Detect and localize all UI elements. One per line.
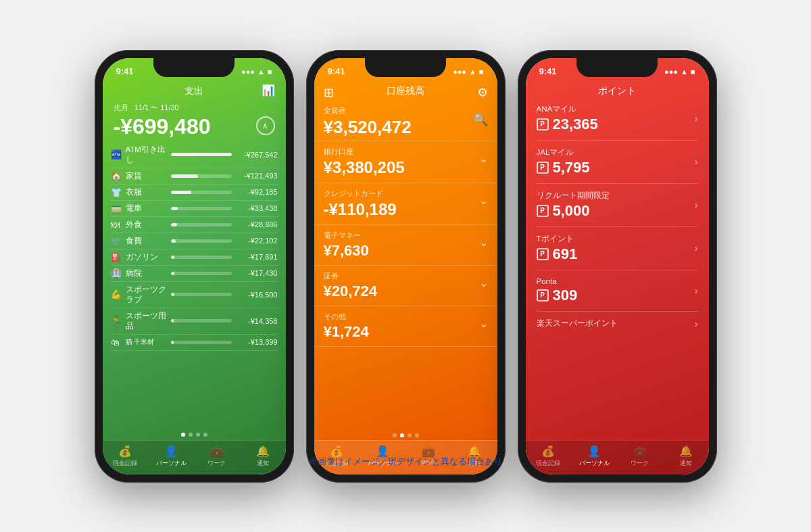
chevron-right-icon: › <box>695 243 698 253</box>
points-item-ana[interactable]: ANAマイル P 23,365 › <box>537 97 698 141</box>
list-item[interactable]: 🏥 病院 -¥17,430 <box>111 266 278 282</box>
nav-item-personal[interactable]: 👤 パーソナル <box>148 445 194 468</box>
chevron-up-icon[interactable]: ∧ <box>256 116 275 135</box>
points-item-rakuten[interactable]: 楽天スーパーポイント › <box>537 312 698 336</box>
account-left: 電子マネー ¥7,630 <box>324 231 369 260</box>
nav-item-cash[interactable]: 💰 現金記録 <box>526 445 572 468</box>
account-item-row: クレジットカード -¥110,189 ⌄ <box>324 189 488 219</box>
nav-item-notification[interactable]: 🔔 通知 <box>451 445 497 468</box>
expense-name: 病院 <box>126 268 167 279</box>
chart-icon[interactable]: 📊 <box>262 84 275 97</box>
expense-bar <box>171 223 177 226</box>
points-value-row: P 691 <box>537 245 578 263</box>
list-item[interactable]: 🚃 電車 -¥33,438 <box>111 201 278 217</box>
pagination-dot <box>415 433 419 437</box>
nav-item-work[interactable]: 💼 ワーク <box>194 445 240 468</box>
account-label: 電子マネー <box>324 231 369 241</box>
list-item[interactable]: 👕 衣服 -¥92,185 <box>111 185 278 201</box>
nav-item-notification[interactable]: 🔔 通知 <box>240 445 286 468</box>
sports-icon: 💪 <box>111 289 126 299</box>
expense-bar <box>171 207 178 210</box>
points-item-recruit[interactable]: リクルート期間限定 P 5,000 › <box>537 184 698 227</box>
cash-icon: 💰 <box>118 445 132 458</box>
account-bank[interactable]: 銀行口座 ¥3,380,205 ⌄ <box>314 141 497 183</box>
account-credit[interactable]: クレジットカード -¥110,189 ⌄ <box>314 183 497 225</box>
account-amount: ¥3,380,205 <box>324 158 405 177</box>
search-icon[interactable]: 🔍 <box>473 112 488 127</box>
account-other[interactable]: その他 ¥1,724 ⌄ <box>314 306 497 347</box>
points-left: JALマイル P 5,795 <box>537 147 590 176</box>
points-value-row: P 309 <box>537 287 578 304</box>
nav-label: ワーク <box>631 459 649 468</box>
account-amount: ¥3,520,472 <box>324 117 412 138</box>
bell-icon: 🔔 <box>679 445 693 458</box>
expense-name: 外食 <box>126 220 167 230</box>
nav-label: Work <box>421 459 435 466</box>
expense-bar <box>171 174 199 178</box>
phone-orange: 9:41 ●●●▲■ ⊞ 口座残高 ⚙ 全資産 ¥3,520,472 🔍 <box>306 50 506 483</box>
status-icons: ●●●▲■ <box>664 68 695 76</box>
account-emoney[interactable]: 電子マネー ¥7,630 ⌄ <box>314 225 497 266</box>
chevron-down-icon[interactable]: ⌄ <box>479 236 488 249</box>
expense-name: スポーツクラブ <box>126 285 167 305</box>
orange-title: 口座残高 <box>387 85 424 100</box>
account-amount: ¥20,724 <box>324 283 378 300</box>
expense-bar-container <box>171 272 232 275</box>
nav-item-personal[interactable]: 👤 パーソナル <box>571 445 617 468</box>
points-left: Ponta P 309 <box>537 277 578 304</box>
list-item[interactable]: 🛍 猫 千米材 -¥13,399 <box>111 335 278 351</box>
list-item[interactable]: 🛒 食費 -¥22,102 <box>111 233 278 249</box>
nav-label: パーソナル <box>368 459 398 468</box>
nav-item-work[interactable]: 💼 Work <box>406 445 451 468</box>
nav-item-cash[interactable]: 💰 現金記録 <box>314 445 360 468</box>
list-item[interactable]: 🏧 ATM引き出し -¥267,542 <box>111 142 278 168</box>
account-amount: ¥1,724 <box>324 323 369 341</box>
nav-label: 通知 <box>680 459 692 468</box>
nav-item-work[interactable]: 💼 ワーク <box>617 445 663 468</box>
list-item[interactable]: ⛽ ガソリン -¥17,691 <box>111 249 278 266</box>
red-screen: 9:41 ●●●▲■ ポイント ANAマイル P 23,365 <box>526 58 709 475</box>
accounts-icon[interactable]: ⊞ <box>324 85 334 100</box>
list-item[interactable]: 🏃 スポーツ用品 -¥14,358 <box>111 308 278 335</box>
bottom-nav: 💰 現金記録 👤 パーソナル 💼 ワーク 🔔 通知 <box>103 440 286 475</box>
settings-icon[interactable]: ⚙ <box>477 85 488 100</box>
expense-list: 🏧 ATM引き出し -¥267,542 🏠 家賃 -¥121,493 <box>103 142 286 429</box>
nav-label: 現金記録 <box>536 459 560 468</box>
nav-item-personal[interactable]: 👤 パーソナル <box>360 445 406 468</box>
list-item[interactable]: 💪 スポーツクラブ -¥16,500 <box>111 282 278 308</box>
notch <box>153 58 235 77</box>
expense-amount: -¥22,102 <box>236 237 278 245</box>
list-item[interactable]: 🍽 外食 -¥28,886 <box>111 217 278 233</box>
expense-amount: -¥16,500 <box>236 291 278 299</box>
status-time: 9:41 <box>116 66 134 76</box>
pagination-dot <box>189 433 193 437</box>
nav-item-cash[interactable]: 💰 現金記録 <box>103 445 149 468</box>
chevron-down-icon[interactable]: ⌄ <box>479 152 488 165</box>
account-total: 全資産 ¥3,520,472 🔍 <box>314 100 497 141</box>
expense-name: ATM引き出し <box>126 145 167 165</box>
account-item-row: 全資産 ¥3,520,472 🔍 <box>324 105 488 138</box>
points-name: 楽天スーパーポイント <box>537 318 618 329</box>
expense-bar-container <box>171 319 232 322</box>
notch <box>576 58 658 77</box>
expense-bar-container <box>171 223 232 226</box>
chevron-down-icon[interactable]: ⌄ <box>479 276 488 289</box>
chevron-down-icon[interactable]: ⌄ <box>479 317 488 330</box>
points-item-tpoint[interactable]: Tポイント P 691 › <box>537 227 698 270</box>
person-icon: 👤 <box>587 445 601 458</box>
expense-name: 家賃 <box>126 171 167 181</box>
expense-bar-container <box>171 293 232 296</box>
chevron-right-icon: › <box>695 113 698 124</box>
person-icon: 👤 <box>164 445 178 458</box>
account-securities[interactable]: 証券 ¥20,724 ⌄ <box>314 266 497 306</box>
list-item[interactable]: 🏠 家賃 -¥121,493 <box>111 168 278 185</box>
home-icon: 🏠 <box>111 171 126 181</box>
nav-label: 通知 <box>468 459 481 468</box>
account-label: クレジットカード <box>324 189 397 199</box>
expense-bar-container <box>171 239 232 243</box>
nav-item-notification[interactable]: 🔔 通知 <box>663 445 709 468</box>
cash-icon: 💰 <box>541 445 555 458</box>
points-item-ponta[interactable]: Ponta P 309 › <box>537 270 698 312</box>
points-item-jal[interactable]: JALマイル P 5,795 › <box>537 141 698 184</box>
chevron-down-icon[interactable]: ⌄ <box>479 194 488 207</box>
